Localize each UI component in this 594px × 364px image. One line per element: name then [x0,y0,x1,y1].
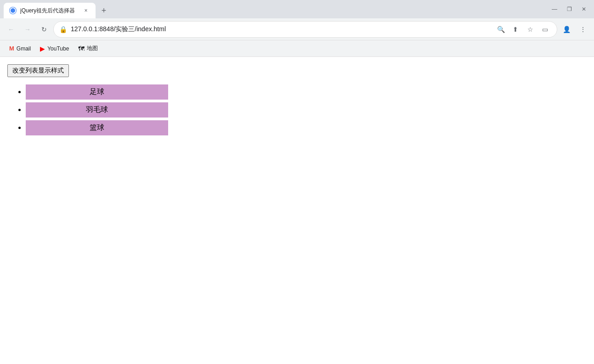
minimize-button[interactable]: — [548,3,561,16]
bookmark-gmail[interactable]: M Gmail [6,43,34,54]
profile-icon: 👤 [563,26,571,33]
bookmark-maps[interactable]: 🗺 地图 [74,43,102,54]
bookmark-youtube[interactable]: ▶ YouTube [36,43,73,54]
forward-icon: → [24,26,31,33]
youtube-icon: ▶ [40,45,45,52]
tab-title: jQuery祖先后代选择器 [20,7,78,15]
close-window-button[interactable]: ✕ [577,3,590,16]
active-tab[interactable]: jQuery祖先后代选择器 × [4,3,96,18]
maps-icon: 🗺 [78,45,85,52]
menu-icon: ⋮ [580,26,586,33]
menu-button[interactable]: ⋮ [576,22,590,37]
sidebar-icon: ▭ [542,26,548,33]
list-item: 羽毛球 [26,102,587,118]
sport-item-badminton: 羽毛球 [26,102,168,118]
new-tab-button[interactable]: + [97,4,110,17]
list-item: 篮球 [26,120,587,135]
gmail-icon: M [9,45,14,52]
tab-favicon-icon [9,7,17,14]
zoom-button[interactable]: 🔍 [494,23,507,36]
tab-close-button[interactable]: × [82,6,90,15]
bookmarks-bar: M Gmail ▶ YouTube 🗺 地图 [0,40,594,57]
reload-icon: ↻ [41,26,47,33]
sport-item-football: 足球 [26,84,168,100]
reload-button[interactable]: ↻ [37,22,51,37]
sport-list: 足球 羽毛球 篮球 [26,84,587,135]
page-content: 改变列表显示样式 足球 羽毛球 篮球 [0,57,594,364]
maps-label: 地图 [87,45,98,52]
profile-button[interactable]: 👤 [559,22,574,37]
back-icon: ← [8,26,14,33]
title-bar: jQuery祖先后代选择器 × + — ❐ ✕ [0,0,594,18]
bookmark-button[interactable]: ☆ [524,23,537,36]
address-actions: 🔍 ⬆ ☆ ▭ [494,23,551,36]
youtube-label: YouTube [47,45,69,52]
share-icon: ⬆ [513,26,518,33]
zoom-icon: 🔍 [497,26,505,33]
share-button[interactable]: ⬆ [509,23,522,36]
browser-window: jQuery祖先后代选择器 × + — ❐ ✕ ← → ↻ 🔒 127.0.0.… [0,0,594,364]
address-text: 127.0.0.1:8848/实验三/index.html [71,25,491,34]
maximize-button[interactable]: ❐ [563,3,576,16]
address-bar[interactable]: 🔒 127.0.0.1:8848/实验三/index.html 🔍 ⬆ ☆ ▭ [53,21,557,38]
window-controls: — ❐ ✕ [548,3,590,16]
sidebar-button[interactable]: ▭ [538,23,551,36]
forward-button[interactable]: → [20,22,35,37]
right-controls: 👤 ⋮ [559,22,590,37]
sport-item-basketball: 篮球 [26,120,168,135]
gmail-label: Gmail [17,45,31,52]
tab-area: jQuery祖先后代选择器 × + [4,0,544,18]
navigation-bar: ← → ↻ 🔒 127.0.0.1:8848/实验三/index.html 🔍 … [0,18,594,40]
bookmark-star-icon: ☆ [527,26,533,33]
lock-icon: 🔒 [59,26,67,33]
list-item: 足球 [26,84,587,100]
change-style-button[interactable]: 改变列表显示样式 [7,64,69,77]
back-button[interactable]: ← [4,22,18,37]
